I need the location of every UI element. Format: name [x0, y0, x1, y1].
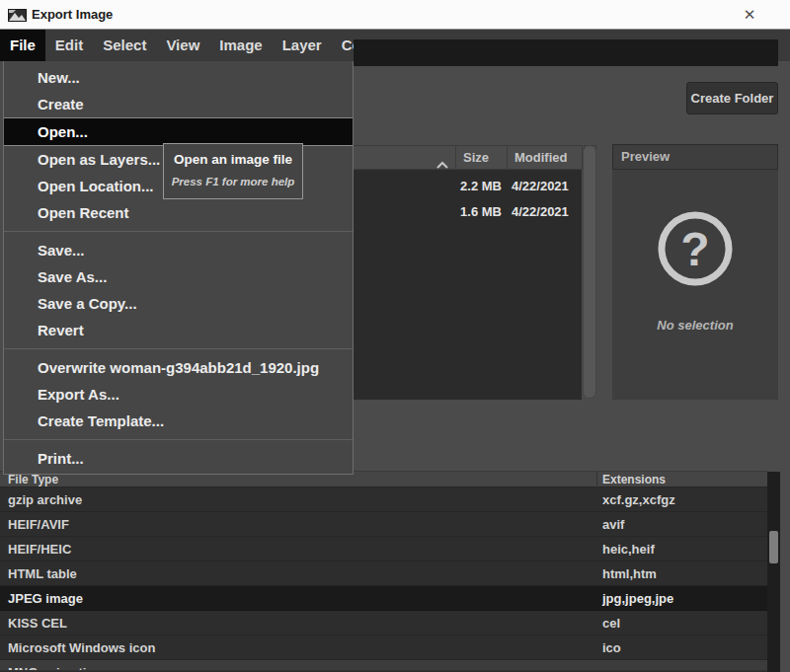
file-size: 1.6 MB — [352, 204, 502, 219]
image-app-icon — [8, 7, 27, 27]
menu-item-save-a-copy[interactable]: Save a Copy... — [4, 290, 353, 317]
file-list: 2.2 MB 4/22/2021 1.6 MB 4/22/2021 — [352, 170, 582, 400]
preview-panel: ? No selection — [612, 170, 778, 400]
file-type-row[interactable]: gzip archive xcf.gz,xcfgz — [0, 487, 767, 512]
tooltip-title: Open an image file — [164, 152, 302, 167]
file-type-name: HTML table — [8, 561, 77, 586]
menu-item-export-as[interactable]: Export As... — [4, 381, 353, 408]
menu-edit[interactable]: Edit — [45, 30, 93, 61]
column-header-modified[interactable]: Modified — [507, 145, 583, 170]
menu-separator — [4, 439, 353, 440]
file-type-extensions: heic,heif — [602, 537, 655, 561]
file-type-name: HEIF/AVIF — [8, 512, 69, 537]
file-modified: 4/22/2021 — [512, 204, 569, 219]
menu-item-create-template[interactable]: Create Template... — [4, 408, 353, 434]
file-size: 2.2 MB — [352, 179, 502, 193]
file-type-row[interactable]: Microsoft Windows icon ico — [0, 635, 767, 660]
file-row[interactable]: 2.2 MB 4/22/2021 — [352, 173, 582, 198]
filename-entry-strip — [354, 39, 778, 66]
menu-file[interactable]: File — [0, 30, 45, 61]
create-folder-button[interactable]: Create Folder — [686, 82, 778, 114]
file-type-extensions: xcf.gz,xcfgz — [602, 487, 675, 512]
preview-header: Preview — [612, 144, 778, 170]
menu-item-revert[interactable]: Revert — [4, 317, 353, 343]
menu-view[interactable]: View — [156, 30, 209, 61]
file-menu-dropdown: New... Create Open... Open as Layers... … — [3, 61, 354, 475]
menu-item-create[interactable]: Create — [4, 91, 353, 117]
file-type-extensions: cel — [602, 611, 620, 635]
file-type-extensions: ico — [602, 635, 621, 660]
file-type-name: JPEG image — [8, 586, 83, 611]
svg-text:?: ? — [680, 223, 709, 275]
file-type-row[interactable]: HEIF/AVIF avif — [0, 512, 767, 537]
menu-item-open[interactable]: Open... — [4, 117, 353, 146]
file-type-row[interactable]: HEIF/HEIC heic,heif — [0, 537, 767, 561]
file-type-name: Microsoft Windows icon — [8, 635, 155, 660]
column-header-size[interactable]: Size — [455, 145, 508, 170]
file-type-row[interactable]: MNG animation — [0, 660, 767, 671]
tooltip: Open an image file Press F1 for more hel… — [163, 143, 303, 199]
file-modified: 4/22/2021 — [512, 179, 569, 193]
menu-item-print[interactable]: Print... — [4, 445, 353, 472]
menu-item-save-as[interactable]: Save As... — [4, 263, 353, 290]
menu-item-new[interactable]: New... — [4, 64, 353, 91]
column-divider — [596, 472, 597, 487]
menu-item-overwrite[interactable]: Overwrite woman-g394abb21d_1920.jpg — [4, 354, 353, 381]
file-type-scrollbar-thumb[interactable] — [769, 531, 778, 563]
titlebar: Export Image ✕ — [0, 0, 790, 30]
column-header-extensions[interactable]: Extensions — [602, 472, 666, 487]
menu-image[interactable]: Image — [209, 30, 272, 61]
window-title: Export Image — [32, 0, 113, 30]
file-type-row[interactable]: KISS CEL cel — [0, 611, 767, 635]
file-row[interactable]: 1.6 MB 4/22/2021 — [352, 198, 582, 224]
menu-separator — [4, 348, 353, 349]
file-type-name: MNG animation — [8, 660, 102, 671]
file-type-extensions: avif — [602, 512, 624, 537]
export-image-window: Export Image ✕ File Edit Select View Ima… — [0, 0, 790, 672]
menu-item-open-recent[interactable]: Open Recent — [4, 199, 353, 226]
file-type-extensions: html,htm — [602, 561, 657, 586]
menu-layer[interactable]: Layer — [273, 30, 332, 61]
file-type-name: gzip archive — [8, 487, 82, 512]
file-type-name: HEIF/HEIC — [8, 537, 71, 561]
menu-select[interactable]: Select — [93, 30, 156, 61]
tooltip-hint: Press F1 for more help — [164, 176, 302, 187]
file-type-table: gzip archive xcf.gz,xcfgz HEIF/AVIF avif… — [0, 487, 767, 672]
file-type-row[interactable]: HTML table html,htm — [0, 561, 767, 586]
menu-item-save[interactable]: Save... — [4, 237, 353, 263]
menu-separator — [4, 231, 353, 232]
file-type-scrollbar[interactable] — [767, 472, 780, 672]
file-type-extensions: jpg,jpeg,jpe — [602, 586, 673, 611]
close-icon[interactable]: ✕ — [739, 0, 760, 30]
no-selection-label: No selection — [612, 318, 778, 333]
column-header-name[interactable] — [352, 145, 456, 170]
file-type-row-selected[interactable]: JPEG image jpg,jpeg,jpe — [0, 586, 767, 611]
file-list-scrollbar[interactable] — [583, 145, 596, 399]
file-type-name: KISS CEL — [8, 611, 67, 635]
question-mark-icon: ? — [654, 207, 737, 294]
